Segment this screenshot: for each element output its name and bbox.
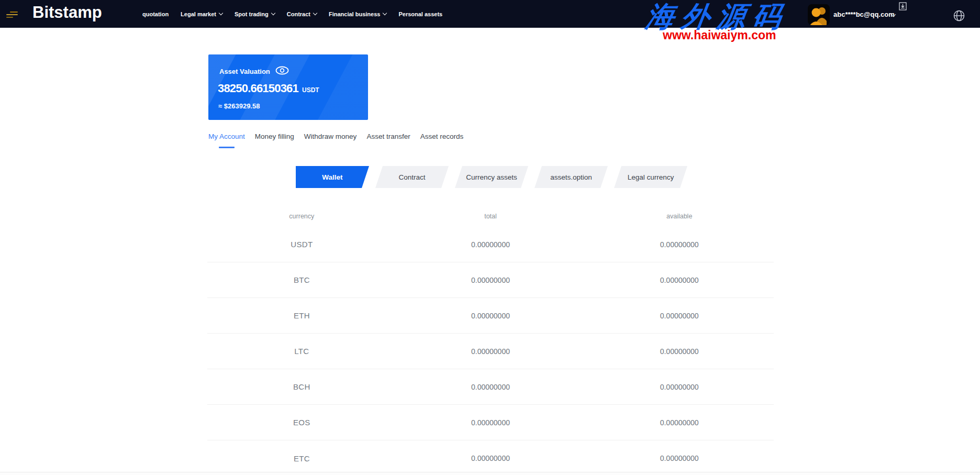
cell-total: 0.00000000 <box>396 276 585 284</box>
chevron-down-icon <box>271 10 275 15</box>
col-header-currency: currency <box>207 213 396 220</box>
hamburger-menu-icon[interactable] <box>6 12 18 18</box>
asset-currency: USDT <box>302 86 319 94</box>
cell-total: 0.00000000 <box>396 347 585 356</box>
table-header-row: currency total available <box>207 206 774 227</box>
user-avatar-icon[interactable] <box>808 4 830 25</box>
cell-available: 0.00000000 <box>585 312 774 320</box>
subtab-legal-currency[interactable]: Legal currency <box>614 166 687 188</box>
download-icon[interactable] <box>899 2 907 13</box>
table-row-ltc: LTC 0.00000000 0.00000000 <box>207 334 774 369</box>
asset-approx-usd: ≈ $263929.58 <box>218 102 260 110</box>
asset-amount: 38250.66150361 <box>218 82 298 95</box>
chevron-down-icon <box>313 10 317 15</box>
subtab-currency-assets[interactable]: Currency assets <box>455 166 528 188</box>
active-tab-underline <box>219 147 235 148</box>
cell-total: 0.00000000 <box>396 454 585 462</box>
tab-asset-transfer[interactable]: Asset transfer <box>366 132 410 148</box>
tab-withdraw-money[interactable]: Withdraw money <box>304 132 357 148</box>
tab-asset-records[interactable]: Asset records <box>420 132 464 148</box>
table-row-etc: ETC 0.00000000 0.00000000 <box>207 440 774 475</box>
table-row-eos: EOS 0.00000000 0.00000000 <box>207 405 774 440</box>
subtab-contract[interactable]: Contract <box>375 166 449 188</box>
nav-item-legal-market[interactable]: Legal market <box>181 11 222 17</box>
cell-total: 0.00000000 <box>396 383 585 391</box>
cell-total: 0.00000000 <box>396 240 585 249</box>
nav-item-contract[interactable]: Contract <box>287 11 317 17</box>
subtab-assets-option[interactable]: assets.option <box>534 166 608 188</box>
cell-currency: LTC <box>207 347 396 356</box>
tab-money-filling[interactable]: Money filling <box>255 132 294 148</box>
cell-total: 0.00000000 <box>396 418 585 427</box>
col-header-available: available <box>585 213 774 220</box>
cell-currency: BTC <box>207 275 396 284</box>
chevron-down-icon <box>219 10 223 15</box>
subtab-wallet[interactable]: Wallet <box>296 166 369 188</box>
cell-available: 0.00000000 <box>585 454 774 462</box>
footer-divider <box>0 472 980 475</box>
table-row-btc: BTC 0.00000000 0.00000000 <box>207 262 774 298</box>
cell-total: 0.00000000 <box>396 312 585 320</box>
watermark-url: www.haiwaiym.com <box>663 28 776 42</box>
col-header-total: total <box>396 213 585 220</box>
top-navbar: Bitstamp quotation Legal market Spot tra… <box>0 0 980 28</box>
cell-currency: EOS <box>207 418 396 427</box>
assets-table: currency total available USDT 0.00000000… <box>207 206 774 475</box>
cell-currency: ETC <box>207 454 396 463</box>
tab-my-account[interactable]: My Account <box>208 132 245 148</box>
asset-valuation-card: Asset Valuation 38250.66150361 USDT ≈ $2… <box>208 54 368 120</box>
cell-currency: BCH <box>207 382 396 391</box>
asset-valuation-label: Asset Valuation <box>219 68 270 75</box>
main-nav: quotation Legal market Spot trading Cont… <box>142 0 442 28</box>
language-globe-icon[interactable] <box>953 10 965 24</box>
wallet-subtabs: Wallet Contract Currency assets assets.o… <box>296 166 687 188</box>
cell-available: 0.00000000 <box>585 240 774 249</box>
cell-available: 0.00000000 <box>585 347 774 356</box>
table-row-eth: ETH 0.00000000 0.00000000 <box>207 298 774 334</box>
account-tabs: My Account Money filling Withdraw money … <box>208 132 463 148</box>
eye-icon[interactable] <box>275 66 289 76</box>
chevron-down-icon <box>383 10 387 15</box>
nav-item-quotation[interactable]: quotation <box>142 11 169 17</box>
nav-item-spot-trading[interactable]: Spot trading <box>235 11 275 17</box>
user-email[interactable]: abc****bc@qq.com <box>833 10 895 18</box>
nav-item-personal-assets[interactable]: Personal assets <box>398 11 442 17</box>
cell-available: 0.00000000 <box>585 383 774 391</box>
table-row-bch: BCH 0.00000000 0.00000000 <box>207 369 774 405</box>
bitstamp-logo[interactable]: Bitstamp <box>32 3 102 22</box>
cell-available: 0.00000000 <box>585 418 774 427</box>
table-row-usdt: USDT 0.00000000 0.00000000 <box>207 227 774 262</box>
cell-currency: USDT <box>207 240 396 249</box>
nav-item-financial-business[interactable]: Financial business <box>329 11 386 17</box>
cell-currency: ETH <box>207 311 396 320</box>
cell-available: 0.00000000 <box>585 276 774 284</box>
